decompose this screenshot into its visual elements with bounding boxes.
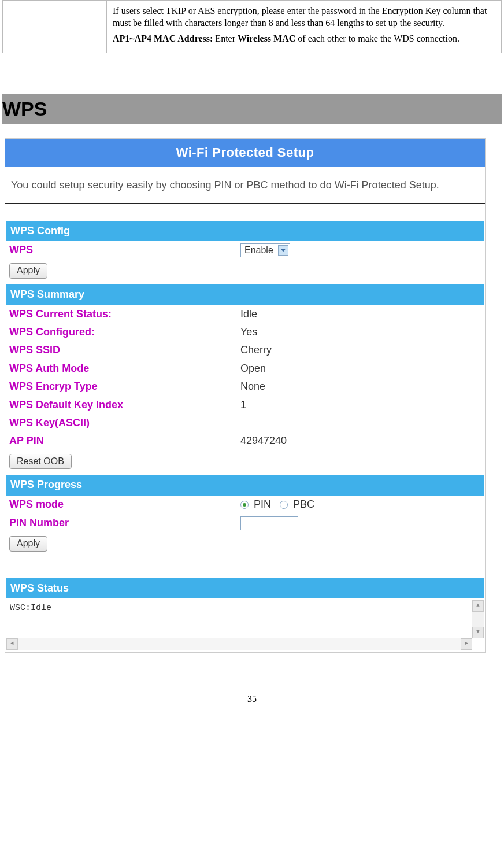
table-row: WPS Key(ASCII): [6, 414, 484, 432]
wireless-mac-bold: Wireless MAC: [238, 34, 295, 43]
table-row: WPS SSID Cherry: [6, 341, 484, 359]
reset-oob-button[interactable]: Reset OOB: [9, 454, 72, 470]
wps-config-apply-button[interactable]: Apply: [9, 263, 47, 279]
wps-status-header: WPS Status: [6, 578, 484, 598]
summary-value: Open: [240, 362, 481, 375]
summary-value: Cherry: [240, 343, 481, 357]
desc-paragraph-1: If users select TKIP or AES encryption, …: [113, 5, 495, 29]
table-row: WPS Auth Mode Open: [6, 360, 484, 378]
panel-intro: You could setup security easily by choos…: [5, 167, 485, 204]
wps-progress-header: WPS Progress: [6, 475, 484, 495]
wps-summary-header: WPS Summary: [6, 284, 484, 305]
table-row: WPS Encryp Type None: [6, 378, 484, 395]
wps-mode-options: PIN PBC: [240, 498, 481, 511]
desc-paragraph-2: AP1~AP4 MAC Address: Enter Wireless MAC …: [113, 33, 495, 45]
scroll-down-icon[interactable]: ▼: [472, 627, 484, 638]
wps-enable-select[interactable]: Enable: [240, 243, 290, 257]
summary-label: WPS Current Status:: [9, 308, 240, 321]
wps-label: WPS: [9, 243, 240, 257]
summary-label: WPS Key(ASCII): [9, 416, 240, 430]
summary-value: None: [240, 380, 481, 393]
table-row: AP PIN 42947240: [6, 432, 484, 450]
wps-enable-value: Enable: [244, 245, 273, 257]
wps-screenshot: Wi-Fi Protected Setup You could setup se…: [5, 138, 486, 653]
horizontal-scrollbar[interactable]: ◄ ►: [6, 638, 472, 650]
summary-label: AP PIN: [9, 434, 240, 448]
summary-value: 1: [240, 398, 481, 412]
vertical-scrollbar[interactable]: ▲ ▼: [472, 600, 484, 638]
description-table: If users select TKIP or AES encryption, …: [2, 0, 502, 53]
table-row: WPS Current Status: Idle: [6, 305, 484, 323]
table-row: WPS Configured: Yes: [6, 323, 484, 341]
panel-title: Wi-Fi Protected Setup: [5, 139, 485, 168]
summary-label: WPS Auth Mode: [9, 362, 240, 375]
chevron-down-icon: [278, 245, 288, 256]
pin-number-input[interactable]: [240, 516, 298, 530]
desc-right-cell: If users select TKIP or AES encryption, …: [107, 1, 502, 53]
summary-label: WPS Configured:: [9, 326, 240, 339]
wps-progress-apply-button[interactable]: Apply: [9, 536, 47, 552]
wps-config-section: WPS Config WPS Enable Apply WPS Summary …: [5, 220, 485, 652]
wps-mode-label: WPS mode: [9, 498, 240, 511]
scroll-left-icon[interactable]: ◄: [6, 638, 18, 650]
ap-mac-label: AP1~AP4 MAC Address:: [113, 34, 213, 43]
summary-label: WPS Default Key Index: [9, 398, 240, 412]
wps-status-text: WSC:Idle: [6, 600, 484, 616]
wps-mode-pbc-radio[interactable]: [280, 501, 288, 509]
section-heading-wps: WPS: [2, 94, 502, 124]
wps-mode-pbc-label: PBC: [293, 498, 314, 510]
wps-config-header: WPS Config: [6, 221, 484, 241]
scroll-up-icon[interactable]: ▲: [472, 600, 484, 612]
summary-value: Idle: [240, 308, 481, 321]
summary-label: WPS Encryp Type: [9, 380, 240, 393]
table-row: WPS Default Key Index 1: [6, 396, 484, 414]
wps-mode-pin-radio[interactable]: [240, 501, 249, 509]
summary-label: WPS SSID: [9, 343, 240, 357]
pin-number-label: PIN Number: [9, 516, 240, 530]
summary-value: Yes: [240, 326, 481, 339]
scroll-right-icon[interactable]: ►: [461, 638, 472, 650]
page-number: 35: [2, 693, 502, 717]
wps-mode-pin-label: PIN: [254, 498, 271, 510]
wps-status-textarea[interactable]: WSC:Idle ▲ ▼ ◄ ►: [6, 600, 484, 650]
summary-value: 42947240: [240, 434, 481, 448]
desc-left-cell: [3, 1, 107, 53]
